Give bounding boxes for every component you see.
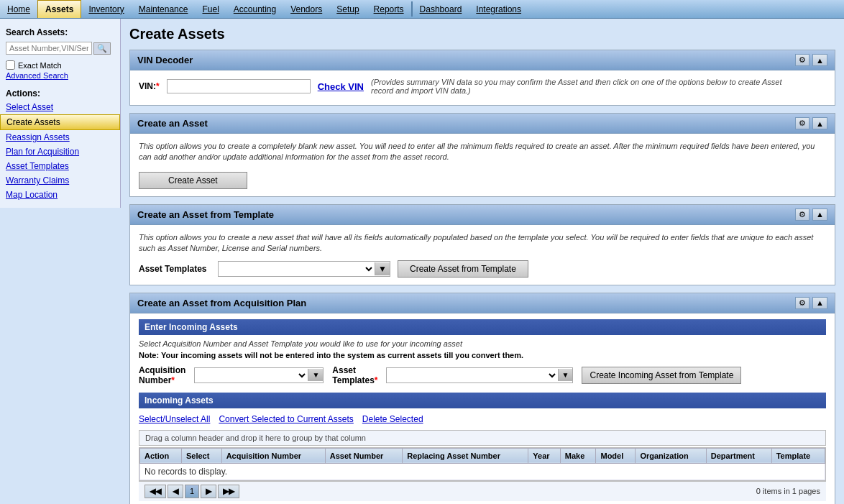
sidebar-item-select-asset[interactable]: Select Asset bbox=[0, 100, 120, 114]
top-nav: Home Assets Inventory Maintenance Fuel A… bbox=[0, 0, 844, 19]
template-settings-btn[interactable]: ⚙ bbox=[795, 209, 809, 221]
sidebar-item-warranty-claims[interactable]: Warranty Claims bbox=[0, 173, 120, 188]
asset-templates-select-wrapper: ▼ bbox=[386, 367, 573, 383]
col-year: Year bbox=[528, 448, 560, 463]
search-section-label: Search Assets: bbox=[0, 24, 120, 39]
sidebar-item-reassign-assets[interactable]: Reassign Assets bbox=[0, 130, 120, 145]
nav-dashboard[interactable]: Dashboard bbox=[413, 0, 469, 18]
vin-decoder-collapse-btn[interactable]: ▲ bbox=[812, 54, 827, 66]
search-input[interactable] bbox=[6, 42, 92, 55]
create-asset-description: This option allows you to create a compl… bbox=[139, 141, 826, 163]
delete-selected-link[interactable]: Delete Selected bbox=[362, 414, 423, 424]
search-button[interactable]: 🔍 bbox=[93, 42, 111, 55]
create-asset-title: Create an Asset bbox=[137, 118, 208, 129]
main-content: Create Assets VIN Decoder ⚙ ▲ VIN:* Chec… bbox=[121, 19, 844, 504]
create-from-template-header: Create an Asset from Template ⚙ ▲ bbox=[130, 205, 835, 225]
create-from-acquisition-title: Create an Asset from Acquisition Plan bbox=[137, 298, 306, 308]
convert-selected-link[interactable]: Convert Selected to Current Assets bbox=[219, 414, 353, 424]
col-asset-number: Asset Number bbox=[325, 448, 402, 463]
acquisition-collapse-btn[interactable]: ▲ bbox=[812, 297, 827, 309]
current-page-number: 1 bbox=[185, 485, 199, 498]
create-from-template-button[interactable]: Create Asset from Template bbox=[398, 260, 528, 278]
acquisition-number-label: AcquisitionNumber* bbox=[139, 365, 185, 385]
enter-incoming-assets-header: Enter Incoming Assets bbox=[139, 319, 826, 335]
last-page-button[interactable]: ▶▶ bbox=[218, 485, 239, 498]
vin-decoder-header: VIN Decoder ⚙ ▲ bbox=[130, 50, 835, 70]
template-select-label: Asset Templates bbox=[139, 264, 211, 274]
acquisition-sub-desc: Select Acquisition Number and Asset Temp… bbox=[139, 339, 826, 348]
create-asset-button[interactable]: Create Asset bbox=[139, 172, 247, 189]
template-dropdown-arrow[interactable]: ▼ bbox=[375, 262, 390, 275]
nav-accounting[interactable]: Accounting bbox=[226, 0, 283, 18]
prev-page-button[interactable]: ◀ bbox=[168, 485, 183, 498]
table-header-row: Action Select Acquisition Number Asset N… bbox=[140, 448, 825, 463]
create-from-template-panel: Create an Asset from Template ⚙ ▲ This o… bbox=[129, 204, 835, 285]
incoming-assets-table-container: Action Select Acquisition Number Asset N… bbox=[139, 447, 826, 481]
template-collapse-btn[interactable]: ▲ bbox=[812, 209, 827, 221]
first-page-button[interactable]: ◀◀ bbox=[145, 485, 166, 498]
page-title: Create Assets bbox=[129, 26, 835, 42]
col-organization: Organization bbox=[636, 448, 706, 463]
exact-match-checkbox[interactable] bbox=[6, 60, 15, 70]
pagination-info: 0 items in 1 pages bbox=[756, 487, 820, 495]
table-row: No records to display. bbox=[140, 463, 825, 480]
check-vin-button[interactable]: Check VIN bbox=[318, 81, 364, 92]
exact-match-label: Exact Match bbox=[18, 61, 62, 70]
col-acquisition-number: Acquisition Number bbox=[221, 448, 325, 463]
vin-decoder-title: VIN Decoder bbox=[137, 55, 193, 65]
nav-reports[interactable]: Reports bbox=[367, 0, 411, 18]
asset-templates-select[interactable] bbox=[387, 368, 557, 382]
next-page-button[interactable]: ▶ bbox=[201, 485, 216, 498]
actions-section-label: Actions: bbox=[0, 84, 120, 100]
vin-decoder-settings-btn[interactable]: ⚙ bbox=[795, 54, 809, 66]
create-from-template-title: Create an Asset from Template bbox=[137, 209, 274, 220]
acquisition-settings-btn[interactable]: ⚙ bbox=[795, 297, 809, 309]
acquisition-number-select[interactable] bbox=[195, 368, 308, 382]
nav-assets[interactable]: Assets bbox=[37, 0, 81, 18]
sidebar-item-create-assets[interactable]: Create Assets bbox=[0, 114, 120, 130]
pagination: ◀◀ ◀ 1 ▶ ▶▶ 0 items in 1 pages bbox=[139, 481, 826, 501]
sidebar-item-plan-acquisition[interactable]: Plan for Acquisition bbox=[0, 145, 120, 159]
nav-home[interactable]: Home bbox=[0, 0, 37, 18]
create-asset-settings-btn[interactable]: ⚙ bbox=[795, 117, 809, 129]
col-department: Department bbox=[706, 448, 771, 463]
col-template: Template bbox=[771, 448, 825, 463]
advanced-search-link[interactable]: Advanced Search bbox=[0, 71, 120, 84]
col-replacing-asset-number: Replacing Asset Number bbox=[403, 448, 528, 463]
incoming-assets-header: Incoming Assets bbox=[139, 393, 826, 408]
create-from-acquisition-header: Create an Asset from Acquisition Plan ⚙ … bbox=[130, 293, 835, 313]
vin-note: (Provides summary VIN data so you may co… bbox=[371, 78, 802, 95]
vin-decoder-panel: VIN Decoder ⚙ ▲ VIN:* Check VIN (Provide… bbox=[129, 50, 835, 106]
sidebar-item-map-location[interactable]: Map Location bbox=[0, 188, 120, 202]
nav-setup[interactable]: Setup bbox=[329, 0, 366, 18]
sidebar: Search Assets: 🔍 Exact Match Advanced Se… bbox=[0, 19, 121, 504]
select-unselect-all-link[interactable]: Select/Unselect All bbox=[139, 414, 210, 424]
nav-vendors[interactable]: Vendors bbox=[283, 0, 329, 18]
vin-input[interactable] bbox=[167, 79, 311, 93]
template-select[interactable] bbox=[219, 262, 375, 276]
no-records-cell: No records to display. bbox=[140, 463, 825, 480]
col-select: Select bbox=[181, 448, 221, 463]
create-from-template-description: This option allows you to create a new a… bbox=[139, 232, 826, 255]
col-make: Make bbox=[560, 448, 596, 463]
template-select-wrapper: ▼ bbox=[218, 261, 390, 277]
nav-maintenance[interactable]: Maintenance bbox=[132, 0, 196, 18]
col-model: Model bbox=[596, 448, 636, 463]
create-asset-header: Create an Asset ⚙ ▲ bbox=[130, 114, 835, 134]
acquisition-sub-note: Note: Your incoming assets will not be e… bbox=[139, 351, 826, 359]
acquisition-number-dropdown-arrow[interactable]: ▼ bbox=[308, 369, 323, 381]
create-incoming-asset-button[interactable]: Create Incoming Asset from Template bbox=[582, 367, 741, 384]
incoming-assets-actions: Select/Unselect All Convert Selected to … bbox=[139, 411, 826, 427]
col-action: Action bbox=[140, 448, 182, 463]
vin-label: VIN:* bbox=[139, 81, 160, 91]
create-asset-collapse-btn[interactable]: ▲ bbox=[812, 117, 827, 129]
acquisition-number-select-wrapper: ▼ bbox=[194, 367, 324, 383]
asset-templates-label: AssetTemplates* bbox=[332, 365, 377, 385]
nav-integrations[interactable]: Integrations bbox=[469, 0, 528, 18]
incoming-assets-table: Action Select Acquisition Number Asset N… bbox=[139, 448, 825, 480]
asset-templates-dropdown-arrow[interactable]: ▼ bbox=[558, 369, 573, 381]
nav-fuel[interactable]: Fuel bbox=[195, 0, 226, 18]
nav-inventory[interactable]: Inventory bbox=[81, 0, 131, 18]
sidebar-item-asset-templates[interactable]: Asset Templates bbox=[0, 159, 120, 173]
create-from-acquisition-panel: Create an Asset from Acquisition Plan ⚙ … bbox=[129, 293, 835, 504]
